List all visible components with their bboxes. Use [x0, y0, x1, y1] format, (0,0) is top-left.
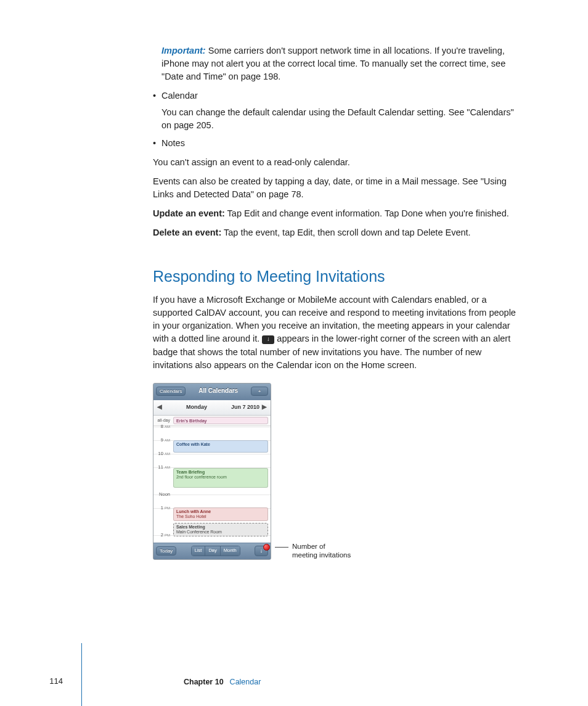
nav-title: All Calendars [198, 387, 238, 396]
allday-label: all-day [155, 417, 170, 424]
bullet-notes: Notes [153, 137, 523, 150]
bullet-calendar: Calendar You can change the default cale… [153, 89, 523, 132]
para-events: Events can also be created by tapping a … [153, 175, 523, 201]
next-arrow-icon[interactable]: ▶ [262, 403, 267, 412]
event-lunch[interactable]: Lunch with AnneThe Soho Hotel [173, 507, 268, 521]
important-paragraph: Important: Some carriers don't support n… [153, 44, 523, 83]
bullet-calendar-text: You can change the default calendar usin… [161, 106, 523, 132]
date-bar: ◀ Monday Jun 7 2010 ▶ [153, 400, 271, 416]
event-team-briefing[interactable]: Team Briefing2nd floor conference room [173, 468, 268, 488]
section-heading: Responding to Meeting Invitations [153, 265, 523, 287]
bullet-calendar-label: Calendar [161, 91, 198, 101]
important-label: Important: [161, 46, 206, 55]
update-label: Update an event: [153, 208, 225, 218]
screenshot-wrap: Calendars All Calendars + ◀ Monday Jun 7… [153, 383, 523, 560]
footer-divider [81, 643, 82, 706]
invitations-button[interactable] [255, 546, 268, 556]
seg-list[interactable]: List [192, 546, 206, 556]
nav-bar: Calendars All Calendars + [153, 384, 271, 400]
bullet-notes-label: Notes [161, 138, 185, 148]
callout-line [275, 547, 288, 548]
event-birthday[interactable]: Erin's Birthday [173, 417, 268, 424]
prev-arrow-icon[interactable]: ◀ [157, 403, 162, 412]
page-footer: 114 Chapter 10Calendar [38, 676, 539, 688]
day-view: all-day Erin's Birthday 8 AM 9 AM 10 AM … [153, 416, 271, 543]
callout-text: Number of meeting invitations [292, 542, 351, 560]
para-update: Update an event: Tap Edit and change eve… [153, 207, 523, 220]
bullet-list: Calendar You can change the default cale… [153, 89, 523, 150]
page-number: 114 [38, 676, 63, 688]
update-text: Tap Edit and change event information. T… [225, 208, 509, 218]
day-label: Monday [186, 403, 207, 411]
calendars-button[interactable]: Calendars [156, 387, 186, 396]
callout: Number of meeting invitations [275, 542, 351, 560]
calendar-screenshot: Calendars All Calendars + ◀ Monday Jun 7… [153, 383, 271, 560]
view-segments[interactable]: List Day Month [191, 546, 240, 556]
delete-text: Tap the event, tap Edit, then scroll dow… [221, 228, 470, 237]
section-paragraph: If you have a Microsoft Exchange or Mobi… [153, 293, 523, 371]
chapter-label: Chapter 10Calendar [184, 676, 261, 688]
para-delete: Delete an event: Tap the event, tap Edit… [153, 226, 523, 239]
event-sales-meeting[interactable]: Sales MeetingMain Conference Room [173, 523, 268, 536]
delete-label: Delete an event: [153, 228, 221, 237]
important-text: Some carriers don't support network time… [161, 46, 505, 81]
date-label: Jun 7 2010 [231, 403, 259, 411]
badge-icon [263, 544, 270, 551]
add-button[interactable]: + [251, 387, 268, 396]
main-content: Important: Some carriers don't support n… [153, 44, 523, 560]
para-readonly: You can't assign an event to a read-only… [153, 156, 523, 169]
seg-month[interactable]: Month [221, 546, 240, 556]
inbox-icon [262, 335, 274, 344]
seg-day[interactable]: Day [205, 546, 220, 556]
event-coffee[interactable]: Coffee with Kate [173, 440, 268, 453]
toolbar: Today List Day Month [153, 543, 271, 559]
allday-row: all-day Erin's Birthday [153, 416, 271, 426]
today-button[interactable]: Today [156, 546, 176, 556]
